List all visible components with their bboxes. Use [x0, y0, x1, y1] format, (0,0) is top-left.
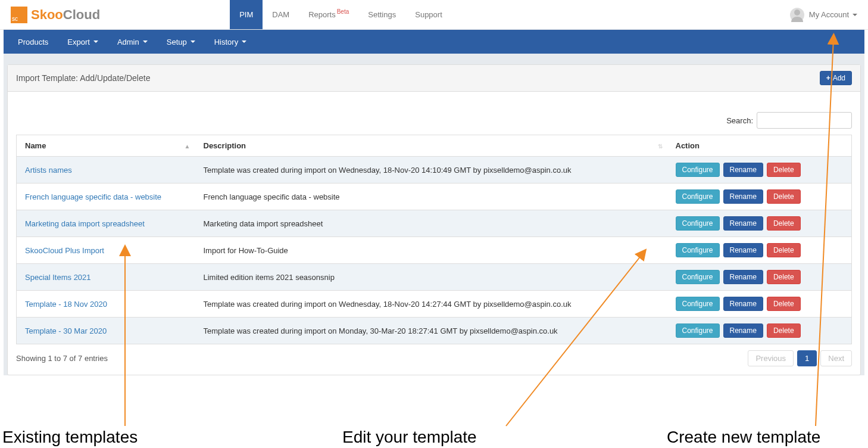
delete-button[interactable]: Delete [767, 243, 801, 257]
subnav-history[interactable]: History [205, 30, 256, 54]
topnav-reports-label: Reports [308, 10, 336, 19]
rename-button[interactable]: Rename [723, 270, 763, 284]
brand-text-1: Skoo [31, 7, 63, 23]
annotation-create: Create new template [667, 428, 820, 447]
templates-table: Name ▲ Description ⇅ Action Artists name… [16, 135, 852, 344]
configure-button[interactable]: Configure [676, 297, 720, 311]
topbar: sc SkooCloud PIM DAM Reports Beta Settin… [0, 0, 868, 30]
annotation-existing: Existing templates [2, 428, 138, 447]
rename-button[interactable]: Rename [723, 163, 763, 177]
beta-badge: Beta [337, 8, 349, 15]
sort-both-icon: ⇅ [658, 142, 663, 149]
delete-button[interactable]: Delete [767, 216, 801, 231]
delete-button[interactable]: Delete [767, 297, 801, 311]
brand-text-2: Cloud [63, 7, 100, 23]
table-info: Showing 1 to 7 of 7 entries [16, 354, 108, 363]
top-nav: PIM DAM Reports Beta Settings Support [230, 0, 452, 29]
annotation-edit: Edit your template [342, 428, 477, 447]
configure-button[interactable]: Configure [676, 323, 720, 338]
subnav-setup-label: Setup [167, 38, 187, 46]
template-description: Template was created during import on We… [195, 157, 667, 183]
arrow-edit [500, 247, 655, 434]
subnav: Products Export Admin Setup History [4, 30, 864, 54]
col-description-header[interactable]: Description ⇅ [195, 135, 667, 157]
template-name-link[interactable]: Template - 18 Nov 2020 [25, 300, 107, 309]
template-name-link[interactable]: SkooCloud Plus Import [25, 246, 104, 255]
configure-button[interactable]: Configure [676, 216, 720, 231]
template-name-link[interactable]: Template - 30 Mar 2020 [25, 326, 107, 335]
rename-button[interactable]: Rename [723, 323, 763, 338]
topnav-reports[interactable]: Reports Beta [299, 0, 358, 29]
configure-button[interactable]: Configure [676, 243, 720, 257]
configure-button[interactable]: Configure [676, 163, 720, 177]
caret-down-icon [853, 14, 857, 16]
template-name-link[interactable]: Artists names [25, 166, 72, 175]
search-label: Search: [726, 116, 753, 125]
topnav-pim[interactable]: PIM [230, 0, 263, 29]
panel-title: Import Template: Add/Update/Delete [16, 73, 150, 83]
topnav-support[interactable]: Support [405, 0, 452, 29]
rename-button[interactable]: Rename [723, 297, 763, 311]
subnav-history-label: History [214, 38, 238, 46]
svg-line-3 [816, 39, 833, 426]
caret-down-icon [93, 41, 98, 43]
subnav-products[interactable]: Products [8, 30, 58, 54]
svg-line-2 [506, 253, 643, 426]
template-description: Marketing data import spreadsheet [195, 210, 667, 237]
table-row: French language specific data - websiteF… [17, 183, 852, 210]
my-account-menu[interactable]: My Account [779, 8, 868, 22]
subnav-setup[interactable]: Setup [157, 30, 205, 54]
template-name-link[interactable]: Marketing data import spreadsheet [25, 219, 145, 228]
caret-down-icon [242, 41, 246, 43]
sort-asc-icon: ▲ [185, 142, 191, 149]
my-account-label: My Account [809, 10, 849, 19]
table-row: Template - 30 Mar 2020Template was creat… [17, 318, 852, 344]
table-row: Special Items 2021Limited edition items … [17, 264, 852, 291]
col-description-label: Description [204, 141, 246, 150]
rename-button[interactable]: Rename [723, 216, 763, 231]
col-name-label: Name [25, 141, 46, 150]
arrow-existing [119, 247, 131, 434]
table-row: Marketing data import spreadsheetMarketi… [17, 210, 852, 237]
subnav-export-label: Export [67, 38, 90, 46]
svg-point-0 [794, 10, 800, 15]
template-name-link[interactable]: French language specific data - website [25, 192, 161, 201]
topnav-settings[interactable]: Settings [358, 0, 405, 29]
search-row: Search: [16, 112, 852, 129]
panel-body: Search: Name ▲ Description ⇅ [8, 92, 860, 375]
panel-heading: Import Template: Add/Update/Delete +Add [8, 65, 860, 92]
delete-button[interactable]: Delete [767, 189, 801, 204]
col-name-header[interactable]: Name ▲ [17, 135, 195, 157]
rename-button[interactable]: Rename [723, 189, 763, 204]
prev-page-button[interactable]: Previous [748, 350, 794, 366]
table-header-row: Name ▲ Description ⇅ Action [17, 135, 852, 157]
table-row: SkooCloud Plus ImportImport for How-To-G… [17, 237, 852, 264]
delete-button[interactable]: Delete [767, 323, 801, 338]
configure-button[interactable]: Configure [676, 270, 720, 284]
topnav-dam[interactable]: DAM [263, 0, 299, 29]
caret-down-icon [143, 41, 148, 43]
table-row: Artists namesTemplate was created during… [17, 157, 852, 183]
avatar-icon [790, 8, 804, 22]
table-row: Template - 18 Nov 2020Template was creat… [17, 291, 852, 318]
brand-logo[interactable]: sc SkooCloud [0, 7, 111, 23]
rename-button[interactable]: Rename [723, 243, 763, 257]
brand-badge: sc [11, 7, 27, 23]
subnav-export[interactable]: Export [58, 30, 108, 54]
panel: Import Template: Add/Update/Delete +Add … [7, 64, 861, 375]
delete-button[interactable]: Delete [767, 270, 801, 284]
template-name-link[interactable]: Special Items 2021 [25, 273, 91, 282]
delete-button[interactable]: Delete [767, 163, 801, 177]
subnav-admin[interactable]: Admin [108, 30, 157, 54]
table-footer: Showing 1 to 7 of 7 entries Previous 1 N… [16, 344, 852, 366]
caret-down-icon [191, 41, 195, 43]
template-description: French language specific data - website [195, 183, 667, 210]
annotations: Existing templates Edit your template Cr… [0, 375, 868, 447]
subnav-admin-label: Admin [117, 38, 139, 46]
main-content: Import Template: Add/Update/Delete +Add … [4, 54, 864, 375]
configure-button[interactable]: Configure [676, 189, 720, 204]
arrow-create [810, 36, 845, 431]
